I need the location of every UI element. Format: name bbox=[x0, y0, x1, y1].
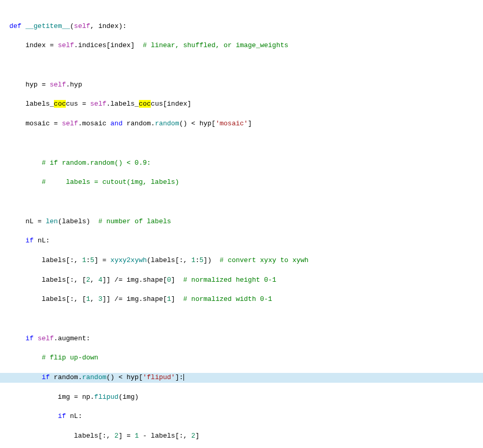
code-line: labels[:, [2, 4]] /= img.shape[0] # norm… bbox=[0, 276, 483, 285]
code-line: labels[:, 1:5] = xyxy2xywh(labels[:, 1:5… bbox=[0, 256, 483, 266]
code-line: if nL: bbox=[0, 412, 483, 422]
code-line bbox=[0, 139, 483, 149]
code-line bbox=[0, 197, 483, 207]
code-line: def __getitem__(self, index): bbox=[0, 22, 483, 32]
code-line: nL = len(labels) # number of labels bbox=[0, 217, 483, 227]
code-line bbox=[0, 61, 483, 70]
code-line: img = np.flipud(img) bbox=[0, 393, 483, 402]
code-line: hyp = self.hyp bbox=[0, 80, 483, 90]
code-line bbox=[0, 314, 483, 324]
code-line: labels_coccus = self.labels_coccus[index… bbox=[0, 99, 483, 109]
code-line: if self.augment: bbox=[0, 334, 483, 344]
code-line: labels[:, [1, 3]] /= img.shape[1] # norm… bbox=[0, 295, 483, 305]
code-line: # if random.random() < 0.9: bbox=[0, 158, 483, 168]
code-line: index = self.indices[index] # linear, sh… bbox=[0, 41, 483, 51]
code-line-active: if random.random() < hyp['flipud']: bbox=[0, 373, 483, 383]
code-line: # labels = cutout(img, labels) bbox=[0, 178, 483, 187]
code-line: labels[:, 2] = 1 - labels[:, 2] bbox=[0, 431, 483, 441]
code-line: if nL: bbox=[0, 236, 483, 246]
code-block: def __getitem__(self, index): index = se… bbox=[0, 0, 483, 448]
code-line: # flip up-down bbox=[0, 353, 483, 363]
code-line: mosaic = self.mosaic and random.random()… bbox=[0, 119, 483, 129]
